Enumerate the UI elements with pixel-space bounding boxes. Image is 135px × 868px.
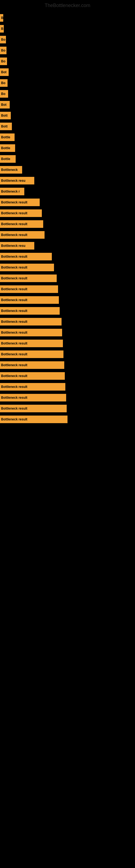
bar-row: Bottleneck result [0,197,135,208]
bar-label: Bottleneck result [0,340,63,347]
bar-row: Bottleneck result [0,338,135,349]
bar-row: Bottle [0,154,135,164]
bar-label: Bottleneck result [0,383,65,391]
bar-row: Bot [0,99,135,110]
bar-label: Bottleneck result [0,253,52,260]
bar-label: Bottleneck [0,166,22,174]
bar-row: Bottleneck resu [0,175,135,186]
bar-label: Bot [0,68,9,76]
bars-container: BBBoBoBoBotBoBoBotBottBottBottleBottleBo… [0,10,135,428]
bar-row: B [0,23,135,34]
bar-row: Bottleneck resu [0,240,135,251]
bar-row: Bottleneck result [0,219,135,229]
bar-label: Bottleneck result [0,350,63,358]
bar-label: Bottleneck result [0,220,43,228]
bar-row: Bottle [0,132,135,143]
bar-row: Bo [0,56,135,67]
bar-row: Bottleneck r [0,186,135,197]
bar-row: Bot [0,67,135,78]
bar-label: Bottleneck result [0,318,61,326]
bar-label: Bo [0,79,8,87]
bar-row: Bottleneck result [0,208,135,219]
bar-row: Bottleneck result [0,392,135,403]
bar-label: Bott [0,123,12,130]
bar-label: B [0,14,3,22]
bar-row: Bottleneck result [0,273,135,284]
bar-row: Bottleneck result [0,381,135,392]
bar-label: Bottleneck r [0,188,24,195]
bar-row: Bottleneck result [0,327,135,338]
bar-label: Bottleneck result [0,307,60,315]
bar-label: Bottle [0,155,16,163]
bar-label: Bottleneck result [0,415,68,423]
bar-row: Bottleneck result [0,294,135,305]
bar-label: Bottleneck result [0,264,54,271]
bar-label: Bottleneck result [0,329,62,336]
bar-row: Bottleneck result [0,349,135,360]
bar-label: Bott [0,112,11,119]
bar-label: Bottle [0,133,14,141]
bar-row: Bottle [0,143,135,154]
bar-row: Bo [0,45,135,56]
bar-label: Bottleneck result [0,198,40,206]
bar-row: B [0,12,135,23]
bar-row: Bottleneck [0,164,135,175]
bar-label: Bottleneck result [0,231,45,239]
bar-row: Bott [0,121,135,132]
bar-label: Bot [0,101,10,108]
bar-label: Bottleneck result [0,285,58,293]
bar-label: Bottleneck result [0,361,64,369]
bar-row: Bottleneck result [0,262,135,273]
bar-label: Bottleneck result [0,405,67,412]
bar-row: Bottleneck result [0,284,135,294]
bar-label: Bo [0,36,6,43]
bar-row: Bottleneck result [0,414,135,425]
bar-row: Bo [0,34,135,45]
bar-label: Bottle [0,144,15,152]
bar-label: Bottleneck resu [0,177,34,184]
bar-row: Bott [0,110,135,121]
bar-label: Bottleneck result [0,296,59,304]
bar-row: Bo [0,88,135,99]
bar-label: Bottleneck result [0,394,66,401]
bar-label: Bottleneck result [0,275,57,282]
bar-label: Bo [0,58,7,65]
bar-row: Bottleneck result [0,360,135,371]
bar-row: Bottleneck result [0,371,135,381]
bar-label: Bo [0,46,6,54]
bar-label: Bottleneck result [0,372,65,380]
bar-row: Bottleneck result [0,316,135,327]
bar-row: Bottleneck result [0,229,135,240]
bar-label: Bo [0,90,8,98]
site-title: TheBottlenecker.com [0,0,135,10]
bar-label: B [0,25,4,33]
bar-row: Bottleneck result [0,403,135,414]
bar-row: Bo [0,78,135,88]
bar-label: Bottleneck result [0,209,42,217]
bar-row: Bottleneck result [0,305,135,316]
bar-row: Bottleneck result [0,251,135,262]
bar-label: Bottleneck resu [0,242,34,250]
